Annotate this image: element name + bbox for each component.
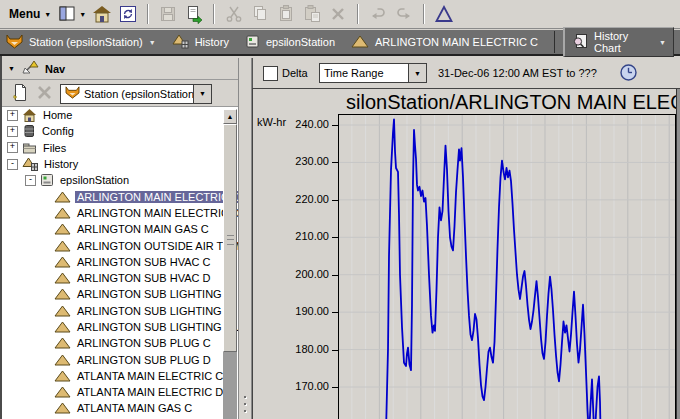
tree-item[interactable]: ATLANTA MAIN GAS C xyxy=(2,400,238,416)
breadcrumb: Station (epsilonStation) ▼ History epsil… xyxy=(0,30,680,56)
tree-item-label[interactable]: ARLINGTON MAIN ELECTRIC D xyxy=(75,207,238,219)
splitter-grip[interactable] xyxy=(244,396,246,412)
tree-collapse-box[interactable]: - xyxy=(25,175,36,186)
fox-station-icon xyxy=(6,34,23,51)
breadcrumb-label: ARLINGTON MAIN ELECTRIC C xyxy=(375,36,538,48)
toolbar-separator xyxy=(213,4,215,24)
breadcrumb-item-epsilonstation[interactable]: epsilonStation xyxy=(245,34,335,51)
tree-item-label[interactable]: ATLANTA MAIN ELECTRIC C xyxy=(75,370,225,382)
tree-item-label[interactable]: ARLINGTON MAIN ELECTRIC C xyxy=(75,191,238,203)
refresh-icon xyxy=(118,4,138,24)
tree-item-label[interactable]: ARLINGTON SUB HVAC D xyxy=(75,272,212,284)
tree-item[interactable]: ATLANTA MAIN ELECTRIC D xyxy=(2,384,238,400)
point-icon xyxy=(54,370,71,382)
tree-expand-box[interactable]: + xyxy=(7,110,18,121)
tree-expand-box[interactable]: + xyxy=(7,142,18,153)
breadcrumb-divider xyxy=(554,31,555,53)
main-toolbar: Menu ▼ ▼ xyxy=(0,0,680,29)
tree-item-label[interactable]: Files xyxy=(41,142,68,154)
tree-item[interactable]: ARLINGTON SUB LIGHTING D xyxy=(2,303,238,319)
combobox-dropdown-button[interactable]: ▼ xyxy=(408,64,426,82)
scroll-up-button[interactable]: ▲ xyxy=(223,109,237,124)
workbench-window: Menu ▼ ▼ xyxy=(0,0,680,419)
tree-item-label[interactable]: ARLINGTON MAIN GAS C xyxy=(75,223,211,235)
tree-item-label[interactable]: Home xyxy=(41,109,74,121)
home-icon xyxy=(22,108,37,122)
tree-expand-box[interactable]: + xyxy=(7,126,18,137)
home-button[interactable] xyxy=(89,3,115,25)
tree-item[interactable]: ATLANTA MAIN ELECTRIC C xyxy=(2,368,238,384)
cut-button xyxy=(221,3,247,25)
plot-area[interactable] xyxy=(338,114,676,419)
paste-special-icon xyxy=(302,4,322,24)
tree-item-label[interactable]: Config xyxy=(40,125,76,137)
side-bar-panes-button[interactable]: ▼ xyxy=(54,3,89,25)
tree-item[interactable]: ARLINGTON SUB PLUG C xyxy=(2,335,238,351)
tree-item-label[interactable]: ARLINGTON SUB HVAC C xyxy=(75,256,212,268)
nav-tree-scrollbar[interactable]: ▲ xyxy=(223,109,237,419)
tree-item[interactable]: -epsilonStation xyxy=(2,172,238,188)
delta-checkbox-label: Delta xyxy=(282,67,308,79)
chevron-down-icon[interactable]: ▼ xyxy=(149,39,156,46)
tree-item-label[interactable]: ARLINGTON SUB LIGHTING C xyxy=(75,288,235,300)
tree-item-label[interactable]: ATLANTA MAIN GAS C xyxy=(75,402,194,414)
time-range-value: Time Range xyxy=(324,67,384,79)
tree-item-label[interactable]: epsilonStation xyxy=(58,174,131,186)
y-axis-tick-label: 230.00 xyxy=(267,155,329,167)
tree-item[interactable]: ARLINGTON SUB PLUG D xyxy=(2,351,238,367)
tree-item[interactable]: ARLINGTON SUB HVAC D xyxy=(2,270,238,286)
pane-menu-chevron-icon[interactable]: ▼ xyxy=(8,65,15,72)
panes-icon xyxy=(57,4,77,24)
tree-item[interactable]: ARLINGTON SUB LIGHTING C xyxy=(2,286,238,302)
tree-item[interactable]: +Config xyxy=(2,123,238,139)
chevron-down-icon: ▼ xyxy=(44,11,51,18)
tree-item-label[interactable]: ARLINGTON OUTSIDE AIR TEMP xyxy=(75,240,238,252)
y-axis-tick-mark xyxy=(332,387,338,388)
point-icon xyxy=(54,386,71,398)
tree-item-label[interactable]: ARLINGTON SUB PLUG D xyxy=(75,354,213,366)
tree-item-label[interactable]: ATLANTA MAIN ELECTRIC D xyxy=(75,386,225,398)
view-selector[interactable]: History Chart ▼ xyxy=(563,27,674,57)
tree-item[interactable]: ARLINGTON SUB LIGHTING RUNT xyxy=(2,319,238,335)
tree-item[interactable]: +Files xyxy=(2,140,238,156)
export-button[interactable] xyxy=(181,3,207,25)
nav-root-combobox[interactable]: Station (epsilonStation) ▼ xyxy=(60,84,212,104)
tree-item[interactable]: ARLINGTON MAIN GAS C xyxy=(2,221,238,237)
tree-item-label[interactable]: ARLINGTON SUB PLUG C xyxy=(75,337,213,349)
refresh-button[interactable] xyxy=(115,3,141,25)
nav-tool-icon xyxy=(21,60,39,77)
combobox-dropdown-button[interactable]: ▼ xyxy=(193,85,211,103)
tree-collapse-box[interactable]: - xyxy=(7,159,18,170)
chart-vertical-scrollbar[interactable] xyxy=(676,89,680,419)
redo-button xyxy=(391,3,417,25)
delta-icon xyxy=(434,4,454,24)
breadcrumb-item-station[interactable]: Station (epsilonStation) ▼ xyxy=(6,34,156,51)
scrollbar-track[interactable] xyxy=(223,352,237,419)
tree-item[interactable]: ARLINGTON MAIN ELECTRIC C xyxy=(2,188,238,204)
tree-item[interactable]: ARLINGTON MAIN ELECTRIC D xyxy=(2,205,238,221)
point-icon xyxy=(54,223,71,235)
menu-button[interactable]: Menu ▼ xyxy=(6,6,54,22)
history-point-icon xyxy=(351,35,369,50)
delta-checkbox[interactable] xyxy=(263,66,278,81)
tree-item[interactable]: ARLINGTON OUTSIDE AIR TEMP xyxy=(2,237,238,253)
tree-item[interactable]: -History xyxy=(2,156,238,172)
scrollbar-thumb[interactable] xyxy=(223,124,237,352)
breadcrumb-item-arlington-main-electric-c[interactable]: ARLINGTON MAIN ELECTRIC C xyxy=(351,35,538,50)
time-range-combobox[interactable]: Time Range ▼ xyxy=(319,63,427,83)
tree-item-label[interactable]: ARLINGTON SUB LIGHTING D xyxy=(75,305,235,317)
tree-item-label[interactable]: ARLINGTON SUB LIGHTING RUNT xyxy=(75,321,238,333)
delta-toggle-button[interactable] xyxy=(431,3,457,25)
clock-icon[interactable] xyxy=(619,63,638,84)
tree-item-label[interactable]: History xyxy=(42,158,80,170)
redo-icon xyxy=(394,4,414,24)
y-axis-tick-mark xyxy=(332,350,338,351)
tree-item[interactable]: +Home xyxy=(2,107,238,123)
delete-button xyxy=(325,3,351,25)
breadcrumb-item-history[interactable]: History xyxy=(172,34,229,51)
new-item-button[interactable] xyxy=(10,83,29,104)
nav-pane-toolbar: Station (epsilonStation) ▼ xyxy=(0,81,238,107)
tree-item[interactable]: ARLINGTON SUB HVAC C xyxy=(2,254,238,270)
y-axis-tick-mark xyxy=(332,237,338,238)
pane-splitter[interactable] xyxy=(238,58,252,419)
